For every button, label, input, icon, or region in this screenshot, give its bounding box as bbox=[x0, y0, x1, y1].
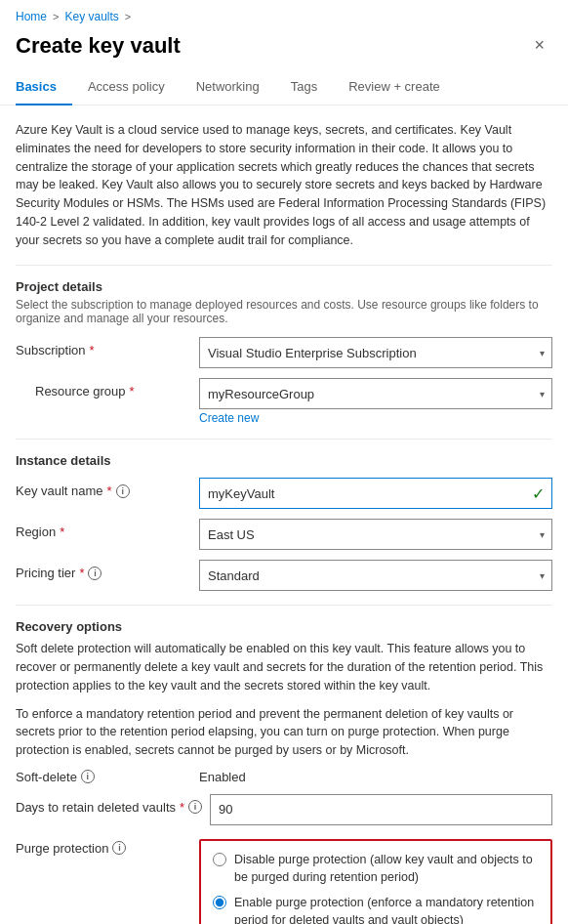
instance-details-title: Instance details bbox=[16, 453, 552, 468]
subscription-row: Subscription * Visual Studio Enterprise … bbox=[16, 337, 552, 368]
purge-protection-info-icon[interactable]: i bbox=[112, 841, 126, 855]
divider-1 bbox=[16, 265, 552, 266]
keyvault-name-info-icon[interactable]: i bbox=[116, 484, 130, 498]
region-control: East US ▾ bbox=[199, 519, 552, 550]
purge-protection-label: Purge protection i bbox=[16, 835, 191, 856]
resource-group-label: Resource group * bbox=[16, 378, 191, 399]
tab-tags[interactable]: Tags bbox=[275, 71, 333, 105]
keyvault-name-row: Key vault name * i ✓ bbox=[16, 478, 552, 509]
subscription-label: Subscription * bbox=[16, 337, 191, 357]
purge-protection-row: Purge protection i Disable purge protect… bbox=[16, 835, 552, 924]
subscription-required: * bbox=[90, 343, 95, 357]
purge-disable-label: Disable purge protection (allow key vaul… bbox=[234, 851, 539, 886]
region-select[interactable]: East US bbox=[199, 519, 552, 550]
purge-enable-option: Enable purge protection (enforce a manda… bbox=[213, 894, 539, 924]
project-details-title: Project details bbox=[16, 279, 552, 294]
recovery-options-title: Recovery options bbox=[16, 619, 552, 634]
keyvault-name-input[interactable] bbox=[199, 478, 552, 509]
days-retain-control bbox=[210, 794, 552, 825]
purge-enable-label: Enable purge protection (enforce a manda… bbox=[234, 894, 539, 924]
purge-disable-option: Disable purge protection (allow key vaul… bbox=[213, 851, 539, 886]
keyvault-name-check-icon: ✓ bbox=[532, 484, 545, 503]
tabs-row: Basics Access policy Networking Tags Rev… bbox=[0, 71, 568, 105]
pricing-tier-required: * bbox=[79, 566, 84, 580]
keyvault-name-input-wrapper: ✓ bbox=[199, 478, 552, 509]
soft-delete-info-icon[interactable]: i bbox=[81, 770, 95, 783]
days-retain-required: * bbox=[180, 800, 184, 815]
purge-protection-box: Disable purge protection (allow key vaul… bbox=[199, 839, 552, 924]
region-required: * bbox=[60, 525, 64, 539]
subscription-select[interactable]: Visual Studio Enterprise Subscription bbox=[199, 337, 552, 368]
resource-group-select-wrapper: myResourceGroup ▾ bbox=[199, 378, 552, 409]
pricing-tier-row: Pricing tier * i Standard ▾ bbox=[16, 560, 552, 591]
days-retain-input[interactable] bbox=[210, 794, 552, 825]
close-button[interactable]: × bbox=[526, 31, 552, 60]
project-details-subtitle: Select the subscription to manage deploy… bbox=[16, 298, 552, 325]
breadcrumb: Home > Key vaults > bbox=[0, 0, 568, 27]
subscription-control: Visual Studio Enterprise Subscription ▾ bbox=[199, 337, 552, 368]
pricing-tier-select-wrapper: Standard ▾ bbox=[199, 560, 552, 591]
breadcrumb-home[interactable]: Home bbox=[16, 10, 47, 23]
keyvault-name-control: ✓ bbox=[199, 478, 552, 509]
days-retain-label: Days to retain deleted vaults * i bbox=[16, 794, 202, 815]
resource-group-select[interactable]: myResourceGroup bbox=[199, 378, 552, 409]
region-row: Region * East US ▾ bbox=[16, 519, 552, 550]
recovery-text-1: Soft delete protection will automaticall… bbox=[16, 640, 552, 694]
soft-delete-value: Enabled bbox=[199, 770, 246, 784]
purge-protection-control: Disable purge protection (allow key vaul… bbox=[199, 835, 552, 924]
purge-disable-radio[interactable] bbox=[213, 853, 226, 866]
purge-enable-radio[interactable] bbox=[213, 896, 226, 909]
breadcrumb-sep1: > bbox=[53, 11, 59, 22]
tab-access-policy[interactable]: Access policy bbox=[72, 71, 181, 105]
breadcrumb-sep2: > bbox=[125, 11, 131, 22]
keyvault-name-required: * bbox=[107, 483, 112, 498]
description-text: Azure Key Vault is a cloud service used … bbox=[16, 121, 552, 249]
days-retain-info-icon[interactable]: i bbox=[188, 800, 202, 814]
soft-delete-row: Soft-delete i Enabled bbox=[16, 770, 552, 784]
resource-group-row: Resource group * myResourceGroup ▾ Creat… bbox=[16, 378, 552, 425]
divider-3 bbox=[16, 605, 552, 606]
resource-group-required: * bbox=[130, 384, 135, 399]
pricing-tier-label: Pricing tier * i bbox=[16, 560, 191, 580]
pricing-tier-select[interactable]: Standard bbox=[199, 560, 552, 591]
region-label: Region * bbox=[16, 519, 191, 539]
create-new-link[interactable]: Create new bbox=[199, 411, 552, 425]
tab-review-create[interactable]: Review + create bbox=[333, 71, 456, 105]
region-select-wrapper: East US ▾ bbox=[199, 519, 552, 550]
resource-group-control: myResourceGroup ▾ Create new bbox=[199, 378, 552, 425]
breadcrumb-keyvaults[interactable]: Key vaults bbox=[64, 10, 118, 23]
pricing-tier-info-icon[interactable]: i bbox=[88, 567, 101, 580]
main-content: Azure Key Vault is a cloud service used … bbox=[0, 105, 568, 924]
keyvault-name-label: Key vault name * i bbox=[16, 478, 191, 498]
divider-2 bbox=[16, 439, 552, 440]
tab-networking[interactable]: Networking bbox=[181, 71, 275, 105]
page-title: Create key vault bbox=[16, 33, 181, 59]
pricing-tier-control: Standard ▾ bbox=[199, 560, 552, 591]
page-header: Create key vault × bbox=[0, 27, 568, 71]
days-retain-row: Days to retain deleted vaults * i bbox=[16, 794, 552, 825]
tab-basics[interactable]: Basics bbox=[16, 71, 72, 105]
soft-delete-label: Soft-delete i bbox=[16, 770, 191, 784]
subscription-select-wrapper: Visual Studio Enterprise Subscription ▾ bbox=[199, 337, 552, 368]
recovery-text-2: To enforce a mandatory retention period … bbox=[16, 705, 552, 760]
